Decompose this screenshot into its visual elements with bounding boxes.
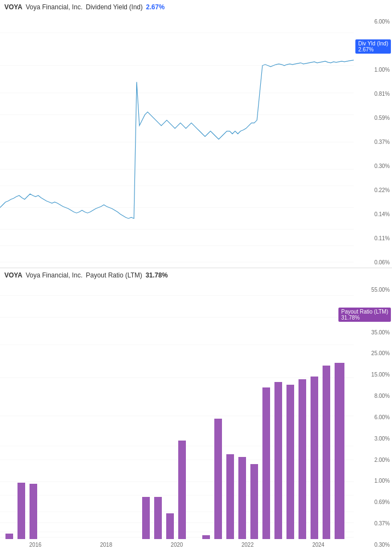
bar <box>262 387 270 539</box>
bar <box>286 385 294 539</box>
y-label: 1.00% <box>375 478 390 484</box>
y-label: 0.69% <box>375 499 390 505</box>
y-label: 55.00% <box>371 287 390 293</box>
bar <box>226 454 234 539</box>
y-label: 0.37% <box>375 520 390 526</box>
bottom-chart-header: VOYA Voya Financial, Inc. Payout Ratio (… <box>0 268 392 282</box>
y-label: 1.00% <box>375 67 390 73</box>
bar <box>250 464 258 539</box>
y-label: 25.00% <box>371 350 390 356</box>
bar <box>274 382 282 539</box>
top-metric: Dividend Yield (Ind) <box>86 3 143 11</box>
bar <box>5 534 13 539</box>
x-label: 2018 <box>100 542 112 548</box>
top-tooltip-badge: Div Yld (Ind) 2.67% <box>355 39 391 54</box>
x-label: 2024 <box>312 542 324 548</box>
y-label: 0.06% <box>375 259 390 265</box>
bar <box>238 457 246 539</box>
bottom-company: Voya Financial, Inc. <box>26 271 83 279</box>
top-value: 2.67% <box>146 3 165 11</box>
bottom-bar-chart <box>0 285 354 539</box>
y-label: 0.22% <box>375 187 390 193</box>
y-label: 0.14% <box>375 211 390 217</box>
x-label: 2020 <box>171 542 183 548</box>
bottom-tooltip-value: 31.78% <box>341 315 360 321</box>
bar <box>154 497 162 539</box>
bar <box>30 484 37 539</box>
top-company: Voya Financial, Inc. <box>26 3 83 11</box>
x-label: 2022 <box>242 542 254 548</box>
bottom-value: 31.78% <box>145 271 168 279</box>
y-label: 2.00% <box>375 457 390 463</box>
bar <box>299 379 306 539</box>
bottom-ticker: VOYA <box>4 271 22 279</box>
x-label: 2016 <box>30 542 42 548</box>
top-chart-svg-area <box>0 16 354 268</box>
bottom-chart-svg-area <box>0 285 354 539</box>
bar <box>323 366 330 539</box>
main-container: VOYA Voya Financial, Inc. Dividend Yield… <box>0 0 392 550</box>
dividend-yield-chart: VOYA Voya Financial, Inc. Dividend Yield… <box>0 0 392 268</box>
bottom-x-axis: 2016 2018 2020 2022 2024 <box>0 539 354 550</box>
y-label: 0.37% <box>375 139 390 145</box>
y-label: 8.00% <box>375 393 390 399</box>
bottom-y-axis: 55.00% 45.00% 35.00% 25.00% 15.00% 8.00%… <box>354 285 392 550</box>
bar-current <box>335 363 344 539</box>
bottom-tooltip-badge: Payout Ratio (LTM) 31.78% <box>338 308 391 322</box>
bottom-metric: Payout Ratio (LTM) <box>86 271 142 279</box>
y-label: 0.30% <box>375 542 390 548</box>
y-label: 0.59% <box>375 115 390 121</box>
top-tooltip-label: Div Yld (Ind) <box>358 40 388 47</box>
bar <box>178 441 186 539</box>
top-y-axis: 6.00% 2.00% 1.00% 0.81% 0.59% 0.37% 0.30… <box>354 16 392 268</box>
top-tooltip: Div Yld (Ind) 2.67% <box>355 39 391 54</box>
top-tooltip-value: 2.67% <box>358 47 373 53</box>
y-label: 3.00% <box>375 436 390 442</box>
bar <box>142 497 150 539</box>
top-chart-header: VOYA Voya Financial, Inc. Dividend Yield… <box>0 0 392 14</box>
y-label: 6.00% <box>375 414 390 420</box>
bar <box>214 419 222 539</box>
y-label: 0.11% <box>375 235 390 241</box>
y-label: 15.00% <box>371 372 390 378</box>
y-label: 0.30% <box>375 163 390 169</box>
payout-ratio-chart: VOYA Voya Financial, Inc. Payout Ratio (… <box>0 268 392 550</box>
bar <box>17 483 25 539</box>
bar <box>166 513 174 539</box>
bottom-tooltip-label: Payout Ratio (LTM) <box>341 309 388 315</box>
bottom-tooltip: Payout Ratio (LTM) 31.78% <box>338 308 391 322</box>
y-label: 6.00% <box>375 19 390 25</box>
y-label: 0.81% <box>375 91 390 97</box>
y-label: 35.00% <box>371 329 390 335</box>
bar <box>311 377 318 539</box>
top-line-chart <box>0 16 354 268</box>
top-ticker: VOYA <box>4 3 22 11</box>
bar <box>202 535 210 539</box>
